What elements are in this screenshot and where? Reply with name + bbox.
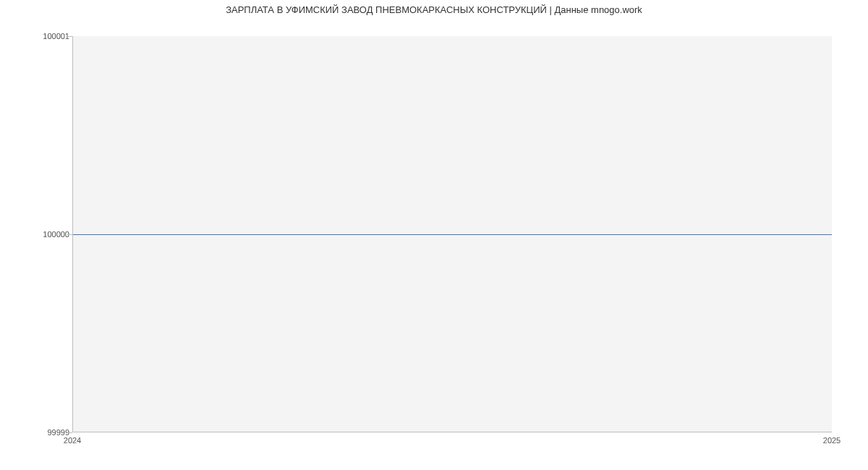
salary-line-chart: ЗАРПЛАТА В УФИМСКИЙ ЗАВОД ПНЕВМОКАРКАСНЫ…	[0, 0, 868, 470]
plot-area	[72, 36, 832, 432]
y-tick-mark	[67, 432, 72, 433]
data-series-line	[73, 234, 832, 235]
x-tick-label: 2025	[823, 436, 841, 445]
x-tick-label: 2024	[64, 436, 81, 445]
y-tick-label: 100001	[4, 32, 69, 40]
chart-title: ЗАРПЛАТА В УФИМСКИЙ ЗАВОД ПНЕВМОКАРКАСНЫ…	[0, 4, 868, 15]
y-tick-mark	[67, 234, 72, 235]
y-tick-label: 100000	[4, 230, 69, 239]
y-tick-mark	[67, 36, 72, 37]
y-tick-label: 99999	[4, 428, 69, 437]
